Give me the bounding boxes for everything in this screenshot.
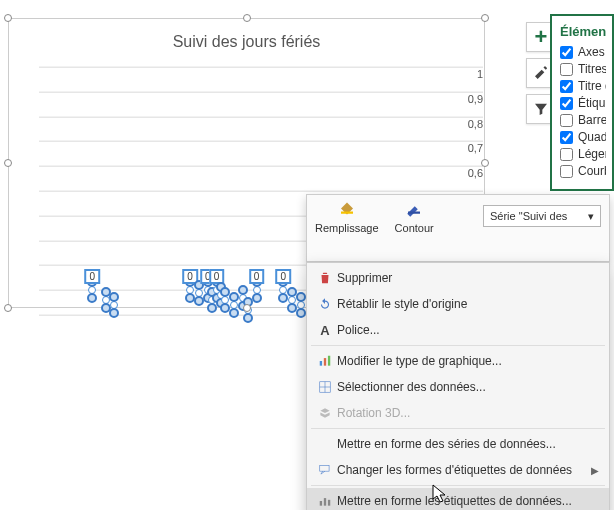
ctx-label: Rotation 3D...	[337, 406, 599, 420]
delete-icon	[313, 271, 337, 285]
funnel-icon	[533, 101, 549, 117]
mini-toolbar: Remplissage Contour Série "Suivi des ▾	[306, 194, 610, 262]
callout-icon	[313, 463, 337, 477]
selection-handle[interactable]	[229, 292, 239, 302]
ctx-label: Mettre en forme des séries de données...	[337, 437, 599, 451]
paintbrush-icon	[533, 65, 549, 81]
panel-title: Éléments d	[560, 24, 606, 39]
panel-checkbox[interactable]	[560, 114, 573, 127]
series-selector-dropdown[interactable]: Série "Suivi des ▾	[483, 205, 601, 227]
ctx-label: Rétablir le style d'origine	[337, 297, 599, 311]
chart-selection-handle[interactable]	[243, 14, 251, 22]
panel-item-barres[interactable]: Barres	[560, 113, 606, 127]
ctx-separator	[311, 345, 605, 346]
selection-handle[interactable]	[243, 313, 253, 323]
chart-selection-handle[interactable]	[481, 14, 489, 22]
selection-handle[interactable]	[229, 308, 239, 318]
selection-handle[interactable]	[296, 292, 306, 302]
ctx-item-delete[interactable]: Supprimer	[307, 265, 609, 291]
svg-rect-2	[320, 361, 322, 366]
ctx-item-reset[interactable]: Rétablir le style d'origine	[307, 291, 609, 317]
ctx-label: Supprimer	[337, 271, 599, 285]
svg-rect-0	[341, 212, 353, 214]
ctx-label: Police...	[337, 323, 599, 337]
panel-item-axes[interactable]: Axes	[560, 45, 606, 59]
svg-rect-1	[408, 212, 420, 214]
context-menu: SupprimerRétablir le style d'origineAPol…	[306, 262, 610, 510]
ctx-item-changetype[interactable]: Modifier le type de graphique...	[307, 348, 609, 374]
svg-rect-10	[324, 498, 326, 506]
panel-item-étiqu[interactable]: Étiqu	[560, 96, 606, 110]
ctx-label: Changer les formes d'étiquettes de donné…	[337, 463, 591, 477]
panel-checkbox[interactable]	[560, 46, 573, 59]
ctx-separator	[311, 485, 605, 486]
panel-checkbox[interactable]	[560, 165, 573, 178]
panel-item-titres[interactable]: Titres	[560, 62, 606, 76]
panel-label: Titres	[578, 62, 606, 76]
chart-selection-handle[interactable]	[243, 304, 251, 312]
bucket-icon	[335, 201, 359, 219]
panel-checkbox[interactable]	[560, 148, 573, 161]
data-label[interactable]: 0	[275, 269, 291, 284]
panel-item-courb[interactable]: Courb	[560, 164, 606, 178]
chart-elements-panel: Éléments d AxesTitresTitre dÉtiquBarresQ…	[550, 14, 614, 191]
ctx-label: Mettre en forme les étiquettes de donnée…	[337, 494, 599, 508]
labels-icon	[313, 494, 337, 508]
svg-rect-11	[328, 500, 330, 506]
svg-rect-8	[320, 465, 329, 471]
chart-selection-handle[interactable]	[4, 159, 12, 167]
ctx-label: Modifier le type de graphique...	[337, 354, 599, 368]
data-label[interactable]: 0	[84, 269, 100, 284]
panel-checkbox[interactable]	[560, 80, 573, 93]
grid-icon	[313, 380, 337, 394]
selection-handle[interactable]	[109, 308, 119, 318]
outline-button[interactable]: Contour	[387, 195, 442, 238]
selection-handle[interactable]	[238, 285, 248, 295]
font-icon: A	[313, 323, 337, 338]
ctx-item-shapelabels[interactable]: Changer les formes d'étiquettes de donné…	[307, 457, 609, 483]
panel-item-légen[interactable]: Légen	[560, 147, 606, 161]
svg-rect-9	[320, 501, 322, 506]
3d-icon	[313, 406, 337, 420]
plus-icon: +	[535, 24, 548, 50]
chart-selection-handle[interactable]	[4, 304, 12, 312]
chart-selection-handle[interactable]	[481, 159, 489, 167]
selection-handle[interactable]	[296, 308, 306, 318]
selection-handle[interactable]	[278, 293, 288, 303]
chart-selection-handle[interactable]	[4, 14, 12, 22]
chevron-down-icon: ▾	[588, 210, 594, 223]
panel-label: Étiqu	[578, 96, 605, 110]
panel-checkbox[interactable]	[560, 97, 573, 110]
ctx-item-formatlabels[interactable]: Mettre en forme les étiquettes de donnée…	[307, 488, 609, 510]
ctx-label: Sélectionner des données...	[337, 380, 599, 394]
ctx-item-font[interactable]: APolice...	[307, 317, 609, 343]
selection-handle[interactable]	[109, 292, 119, 302]
panel-item-titre d[interactable]: Titre d	[560, 79, 606, 93]
panel-label: Titre d	[578, 79, 606, 93]
data-label[interactable]: 0	[249, 269, 265, 284]
fill-button[interactable]: Remplissage	[307, 195, 387, 238]
panel-checkbox[interactable]	[560, 131, 573, 144]
chart-title[interactable]: Suivi des jours fériés	[9, 19, 484, 57]
panel-label: Courb	[578, 164, 606, 178]
reset-icon	[313, 297, 337, 311]
svg-rect-4	[328, 356, 330, 366]
chart-icon	[313, 354, 337, 368]
ctx-item-selectdata[interactable]: Sélectionner des données...	[307, 374, 609, 400]
panel-label: Axes	[578, 45, 605, 59]
panel-label: Barres	[578, 113, 606, 127]
panel-label: Quadr	[578, 130, 606, 144]
panel-checkbox[interactable]	[560, 63, 573, 76]
panel-item-quadr[interactable]: Quadr	[560, 130, 606, 144]
selection-handle[interactable]	[87, 293, 97, 303]
svg-rect-3	[324, 358, 326, 366]
selection-handle[interactable]	[252, 293, 262, 303]
pen-icon	[402, 201, 426, 219]
chevron-right-icon: ▶	[591, 465, 599, 476]
ctx-separator	[311, 428, 605, 429]
ctx-item-rotation: Rotation 3D...	[307, 400, 609, 426]
ctx-item-formatseries[interactable]: Mettre en forme des séries de données...	[307, 431, 609, 457]
panel-label: Légen	[578, 147, 606, 161]
